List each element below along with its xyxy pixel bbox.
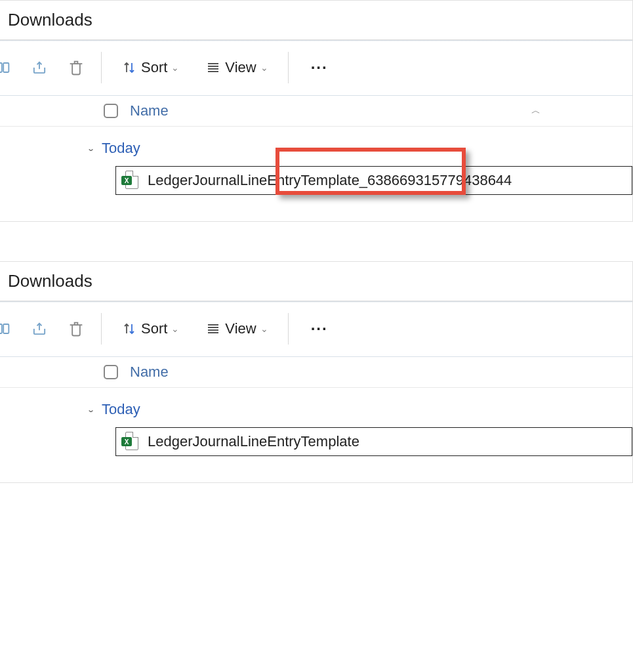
select-all-checkbox[interactable] (104, 104, 118, 118)
rename-icon[interactable] (0, 314, 17, 343)
group-label: Today (102, 401, 140, 418)
group-label: Today (102, 140, 140, 157)
toolbar-divider (101, 313, 102, 345)
excel-file-icon: X (121, 432, 138, 452)
view-button[interactable]: View ⌄ (196, 320, 277, 337)
toolbar-divider (288, 52, 289, 83)
sort-indicator-icon: ︿ (531, 105, 541, 117)
sort-button[interactable]: Sort ⌄ (112, 59, 188, 76)
sort-label: Sort (141, 59, 167, 76)
sort-icon (121, 60, 137, 75)
column-header-row[interactable]: Name ︿ (0, 96, 632, 127)
explorer-window: Downloads Sort ⌄ (0, 0, 633, 222)
more-button[interactable]: ··· (299, 58, 340, 77)
file-list: ⌄ Today X LedgerJournalLineEntryTemplate (0, 388, 632, 482)
delete-icon[interactable] (62, 314, 91, 343)
toolbar-divider (101, 52, 102, 83)
toolbar: Sort ⌄ View ⌄ ··· (0, 40, 632, 96)
column-header-row[interactable]: Name (0, 357, 632, 388)
file-name: LedgerJournalLineEntryTemplate (148, 433, 359, 450)
file-row[interactable]: X LedgerJournalLineEntryTemplate_6386693… (115, 166, 632, 195)
window-title: Downloads (0, 262, 632, 301)
group-today[interactable]: ⌄ Today (87, 401, 632, 418)
chevron-down-icon: ⌄ (171, 62, 179, 73)
group-today[interactable]: ⌄ Today (87, 140, 632, 157)
window-title: Downloads (0, 1, 632, 40)
delete-icon[interactable] (62, 53, 91, 82)
view-label: View (225, 59, 256, 76)
chevron-down-icon: ⌄ (87, 405, 95, 413)
view-icon (205, 321, 221, 337)
chevron-down-icon: ⌄ (260, 324, 268, 334)
toolbar-divider (288, 313, 289, 345)
select-all-checkbox[interactable] (104, 365, 118, 379)
sort-label: Sort (141, 320, 167, 337)
excel-file-icon: X (121, 171, 138, 190)
svg-rect-6 (0, 324, 2, 333)
svg-rect-0 (0, 63, 2, 72)
chevron-down-icon: ⌄ (260, 62, 268, 73)
rename-icon[interactable] (0, 53, 17, 82)
file-name: LedgerJournalLineEntryTemplate_638669315… (148, 172, 512, 189)
share-icon[interactable] (25, 314, 54, 343)
svg-rect-7 (3, 324, 9, 333)
toolbar: Sort ⌄ View ⌄ ··· (0, 301, 632, 357)
file-list: ⌄ Today X LedgerJournalLineEntryTemplate… (0, 127, 632, 221)
chevron-down-icon: ⌄ (171, 324, 179, 334)
sort-icon (121, 321, 137, 337)
more-button[interactable]: ··· (299, 320, 340, 338)
svg-rect-1 (3, 63, 9, 72)
share-icon[interactable] (25, 53, 54, 82)
column-header-name: Name (130, 102, 169, 119)
view-label: View (225, 320, 256, 337)
file-row[interactable]: X LedgerJournalLineEntryTemplate (115, 427, 632, 456)
view-button[interactable]: View ⌄ (196, 59, 277, 76)
chevron-down-icon: ⌄ (87, 144, 95, 152)
column-header-name: Name (130, 364, 169, 381)
view-icon (205, 60, 221, 75)
explorer-window: Downloads Sort ⌄ (0, 261, 633, 483)
sort-button[interactable]: Sort ⌄ (112, 320, 188, 337)
